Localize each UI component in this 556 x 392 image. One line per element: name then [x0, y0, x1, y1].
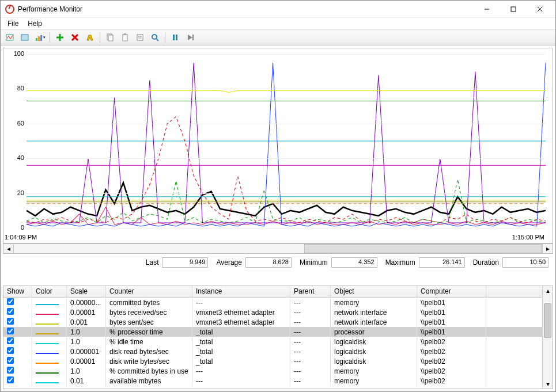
show-checkbox[interactable] — [7, 328, 14, 334]
show-checkbox[interactable] — [7, 376, 14, 383]
show-checkbox[interactable] — [7, 308, 14, 315]
svg-rect-8 — [40, 35, 42, 41]
gridline — [27, 54, 546, 55]
svg-rect-18 — [137, 35, 143, 40]
cell-computer: \\pelb02 — [417, 347, 486, 357]
cell-scale: 1.0 — [67, 327, 106, 337]
freeze-button[interactable] — [168, 31, 182, 44]
table-row[interactable]: 0.01available mbytes------memory\\pelb02 — [3, 376, 542, 386]
table-row[interactable]: 0.00001bytes received/secvmxnet3 etherne… — [3, 307, 542, 317]
header-color[interactable]: Color — [32, 286, 67, 297]
view-log-data-button[interactable] — [18, 31, 32, 44]
svg-rect-15 — [108, 35, 113, 41]
cell-instance: _total — [192, 347, 290, 357]
svg-rect-26 — [192, 35, 194, 40]
cell-show — [3, 375, 32, 386]
minimize-button[interactable] — [474, 1, 500, 18]
y-tick-label: 0 — [3, 224, 24, 231]
close-button[interactable] — [527, 1, 553, 18]
cell-scale: 1.0 — [67, 337, 106, 347]
update-data-button[interactable] — [183, 31, 197, 44]
svg-rect-23 — [173, 35, 175, 40]
delete-counter-button[interactable] — [68, 31, 82, 44]
maximize-button[interactable] — [500, 1, 527, 18]
toolbar: ▾ — [1, 29, 555, 45]
show-checkbox[interactable] — [7, 357, 14, 364]
header-parent[interactable]: Parent — [290, 286, 331, 297]
show-checkbox[interactable] — [7, 298, 14, 305]
table-row[interactable]: 0.00001disk write bytes/sec_total---logi… — [3, 356, 542, 366]
table-row[interactable]: 1.0% processor time_total---processor\\p… — [3, 327, 542, 337]
view-current-activity-button[interactable] — [3, 31, 17, 44]
table-row[interactable]: 0.00000...committed bytes------memory\\p… — [3, 298, 542, 307]
cell-counter: available mbytes — [106, 376, 192, 386]
color-sample-icon — [36, 343, 59, 344]
chart-series-purple-series — [27, 63, 546, 223]
svg-rect-24 — [176, 35, 177, 40]
show-checkbox[interactable] — [7, 318, 14, 325]
cell-parent: --- — [290, 307, 331, 318]
cell-object: logicaldisk — [331, 337, 417, 347]
chart-area[interactable]: 1:04:09 PM 1:15:00 PM 020406080100 — [3, 48, 553, 243]
properties-button[interactable] — [133, 31, 147, 44]
chart-type-button[interactable]: ▾ — [33, 31, 47, 44]
table-row[interactable]: 1.0% idle time_total---logicaldisk\\pelb… — [3, 337, 542, 347]
table-row[interactable]: 1.0% committed bytes in use------memory\… — [3, 366, 542, 376]
counter-vertical-scrollbar[interactable]: ▴ ▾ — [542, 286, 553, 389]
header-computer[interactable]: Computer — [417, 286, 486, 297]
cell-computer: \\pelb01 — [417, 317, 486, 328]
scroll-left-arrow-icon[interactable]: ◂ — [3, 244, 14, 253]
cell-computer: \\pelb01 — [417, 307, 486, 318]
menu-help[interactable]: Help — [24, 18, 46, 29]
cell-instance: vmxnet3 ethernet adapter — [192, 307, 290, 318]
svg-rect-1 — [511, 7, 516, 12]
counter-panel: Show Color Scale Counter Instance Parent… — [3, 286, 553, 389]
scroll-right-arrow-icon[interactable]: ▸ — [542, 244, 553, 253]
menu-file[interactable]: File — [4, 18, 22, 29]
header-scale[interactable]: Scale — [67, 286, 106, 297]
y-tick-label: 20 — [3, 189, 24, 196]
cell-computer: \\pelb02 — [417, 337, 486, 347]
cell-object: memory — [331, 366, 417, 376]
cell-counter: % committed bytes in use — [106, 366, 192, 376]
svg-line-22 — [156, 39, 158, 41]
stat-last-label: Last — [146, 258, 159, 267]
table-row[interactable]: 0.000001disk read bytes/sec_total---logi… — [3, 347, 542, 356]
cell-object: processor — [331, 327, 417, 337]
x-axis-end-label: 1:15:00 PM — [512, 234, 544, 241]
cell-instance: _total — [192, 337, 290, 347]
counter-table: Show Color Scale Counter Instance Parent… — [3, 286, 542, 389]
scroll-thumb[interactable] — [304, 244, 542, 253]
header-object[interactable]: Object — [331, 286, 417, 297]
show-checkbox[interactable] — [7, 337, 14, 344]
stat-avg-label: Average — [216, 258, 241, 267]
svg-point-21 — [152, 35, 157, 39]
add-counter-button[interactable] — [53, 31, 67, 44]
show-checkbox[interactable] — [7, 347, 14, 354]
paste-button[interactable] — [118, 31, 132, 44]
stat-dur-value: 10:50 — [502, 257, 549, 268]
zoom-button[interactable] — [148, 31, 162, 44]
chart-svg — [27, 54, 546, 228]
svg-marker-25 — [188, 35, 192, 40]
scroll-track[interactable] — [14, 244, 542, 253]
cell-color — [32, 366, 67, 376]
header-show[interactable]: Show — [3, 286, 32, 297]
highlight-button[interactable] — [83, 31, 97, 44]
show-checkbox[interactable] — [7, 367, 14, 374]
chart-series-yellow-line — [27, 90, 546, 92]
scroll-down-arrow-icon[interactable]: ▾ — [543, 379, 553, 389]
cell-instance: --- — [192, 366, 290, 376]
gridline — [27, 124, 546, 124]
header-instance[interactable]: Instance — [192, 286, 290, 297]
time-scrollbar[interactable]: ◂ ▸ — [3, 243, 553, 254]
stats-row: Last 9.949 Average 8.628 Minimum 4.352 M… — [1, 254, 555, 270]
table-row[interactable]: 0.001bytes sent/secvmxnet3 ethernet adap… — [3, 317, 542, 327]
scroll-up-arrow-icon[interactable]: ▴ — [543, 286, 553, 295]
vscroll-thumb[interactable] — [544, 303, 551, 338]
copy-button[interactable] — [103, 31, 117, 44]
cell-object: logicaldisk — [331, 356, 417, 367]
stat-avg-value: 8.628 — [245, 257, 292, 268]
cell-counter: bytes received/sec — [106, 307, 192, 318]
header-counter[interactable]: Counter — [106, 286, 192, 297]
